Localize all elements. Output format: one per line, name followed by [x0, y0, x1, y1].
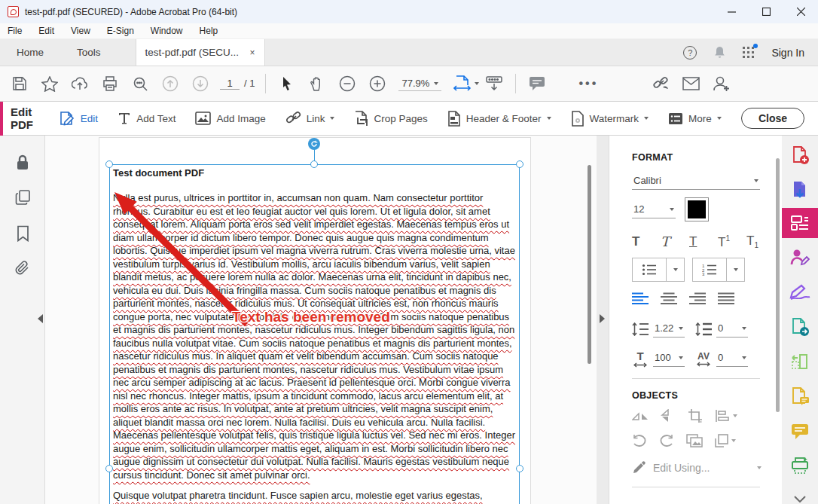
- document-viewport[interactable]: Test document PDF Nulla est purus, ultri…: [45, 136, 597, 504]
- zoom-level-select[interactable]: 77.9%: [398, 76, 441, 91]
- arrange-objects-button[interactable]: [715, 434, 736, 447]
- panel-scrollbar[interactable]: [776, 158, 780, 412]
- next-page-icon[interactable]: [185, 70, 215, 97]
- sign-in-button[interactable]: Sign In: [771, 47, 804, 59]
- toolbar-position-icon[interactable]: [479, 70, 509, 97]
- more-tools-chevron-icon[interactable]: [782, 484, 818, 504]
- send-pdf-icon[interactable]: [782, 312, 818, 342]
- help-icon[interactable]: ?: [683, 46, 697, 60]
- menu-help[interactable]: Help: [200, 26, 218, 36]
- crop-object-icon[interactable]: [688, 408, 703, 423]
- line-spacing-select[interactable]: 1.22: [653, 321, 685, 338]
- notifications-bell-icon[interactable]: [713, 46, 726, 60]
- security-lock-icon[interactable]: [12, 152, 33, 173]
- sign-in-avatar-icon[interactable]: [706, 70, 736, 97]
- tab-home[interactable]: Home: [0, 39, 60, 66]
- subscript-button[interactable]: T1: [746, 234, 775, 249]
- selection-handle-middle-right[interactable]: [516, 465, 523, 472]
- selection-handle-top-left[interactable]: [105, 160, 113, 168]
- superscript-button[interactable]: T1: [718, 234, 746, 250]
- font-color-picker[interactable]: [685, 197, 709, 221]
- app-grid-icon[interactable]: [743, 47, 755, 59]
- watermark-button[interactable]: Watermark: [571, 111, 649, 127]
- share-cloud-icon[interactable]: [65, 70, 95, 97]
- menu-window[interactable]: Window: [151, 26, 183, 36]
- save-icon[interactable]: [5, 70, 35, 97]
- select-tool-icon[interactable]: [272, 70, 302, 97]
- underline-button[interactable]: T: [689, 234, 718, 249]
- bookmarks-icon[interactable]: [12, 223, 33, 244]
- add-text-button[interactable]: Add Text: [118, 111, 176, 125]
- scan-ocr-icon[interactable]: [782, 451, 818, 481]
- hand-tool-icon[interactable]: [302, 70, 332, 97]
- replace-image-icon[interactable]: [686, 434, 703, 447]
- print-icon[interactable]: [95, 70, 125, 97]
- previous-page-icon[interactable]: [155, 70, 185, 97]
- zoom-in-icon[interactable]: [362, 70, 392, 97]
- align-center-button[interactable]: [661, 292, 689, 307]
- rotate-clockwise-icon[interactable]: [659, 434, 674, 447]
- bulleted-list-button[interactable]: [632, 258, 685, 282]
- horizontal-scale-select[interactable]: 100: [653, 350, 685, 367]
- rotation-handle[interactable]: [308, 138, 320, 150]
- rotate-counterclockwise-icon[interactable]: [632, 434, 647, 447]
- font-family-select[interactable]: Calibri: [632, 173, 760, 190]
- email-icon[interactable]: [676, 70, 706, 97]
- close-button[interactable]: [783, 0, 818, 23]
- link-button[interactable]: Link: [285, 111, 335, 126]
- menu-view[interactable]: View: [71, 26, 90, 36]
- attachments-icon[interactable]: [12, 258, 33, 279]
- char-spacing-select[interactable]: 0: [716, 350, 748, 367]
- font-size-select[interactable]: 12: [632, 202, 676, 218]
- more-options-icon[interactable]: •••: [573, 70, 603, 97]
- page-number-input[interactable]: 1: [220, 78, 240, 90]
- export-pdf-icon[interactable]: [782, 175, 818, 205]
- removed-text-annotation[interactable]: Text has been removed: [232, 309, 390, 325]
- align-objects-button[interactable]: [715, 409, 737, 423]
- edit-pdf-icon[interactable]: [782, 208, 818, 238]
- bold-button[interactable]: T: [632, 234, 661, 249]
- fill-and-sign-icon[interactable]: [782, 243, 818, 273]
- edit-using-row[interactable]: Edit Using...: [632, 461, 762, 475]
- flip-vertical-icon[interactable]: [661, 409, 676, 423]
- e-sign-icon[interactable]: [782, 277, 818, 307]
- organize-pages-icon[interactable]: [782, 347, 818, 377]
- menu-esign[interactable]: E-Sign: [107, 26, 134, 36]
- align-left-button[interactable]: [632, 292, 661, 307]
- more-tools-button[interactable]: More: [668, 112, 722, 125]
- collapse-left-panel-icon[interactable]: [38, 314, 43, 323]
- align-justify-button[interactable]: [718, 292, 746, 307]
- text-selection-box[interactable]: [109, 164, 520, 504]
- comments-icon[interactable]: [782, 416, 818, 446]
- tab-document[interactable]: test-pdf.pdf (SECU... ×: [136, 39, 265, 66]
- add-image-button[interactable]: Add Image: [195, 111, 265, 125]
- tab-close-icon[interactable]: ×: [250, 47, 255, 58]
- page-thumbnails-icon[interactable]: [12, 187, 33, 208]
- italic-button[interactable]: T: [661, 234, 689, 250]
- document-scrollbar[interactable]: [588, 165, 591, 364]
- create-pdf-icon[interactable]: [782, 140, 818, 170]
- selection-handle-top-middle[interactable]: [310, 160, 318, 168]
- selection-handle-middle-left[interactable]: [105, 465, 113, 472]
- minimize-button[interactable]: [714, 0, 749, 23]
- tab-tools[interactable]: Tools: [60, 39, 118, 66]
- close-edit-pdf-button[interactable]: Close: [741, 108, 804, 129]
- align-right-button[interactable]: [689, 292, 718, 307]
- expand-right-panel-icon[interactable]: [600, 314, 605, 323]
- selection-handle-top-right[interactable]: [516, 160, 523, 168]
- edit-tool-button[interactable]: Edit: [59, 110, 98, 127]
- paragraph-spacing-select[interactable]: 0: [716, 321, 748, 338]
- flip-horizontal-icon[interactable]: [632, 409, 649, 423]
- comment-icon[interactable]: [522, 70, 552, 97]
- zoom-out-icon[interactable]: [332, 70, 362, 97]
- star-icon[interactable]: [35, 70, 65, 97]
- crop-pages-button[interactable]: Crop Pages: [354, 111, 427, 127]
- share-link-icon[interactable]: [646, 70, 676, 97]
- request-signatures-icon[interactable]: [782, 381, 818, 411]
- maximize-button[interactable]: [749, 0, 783, 23]
- search-icon[interactable]: [125, 70, 155, 97]
- header-footer-button[interactable]: Header & Footer: [447, 111, 551, 127]
- numbered-list-button[interactable]: 123: [692, 258, 745, 282]
- menu-edit[interactable]: Edit: [38, 26, 54, 36]
- fit-width-icon[interactable]: [447, 70, 478, 97]
